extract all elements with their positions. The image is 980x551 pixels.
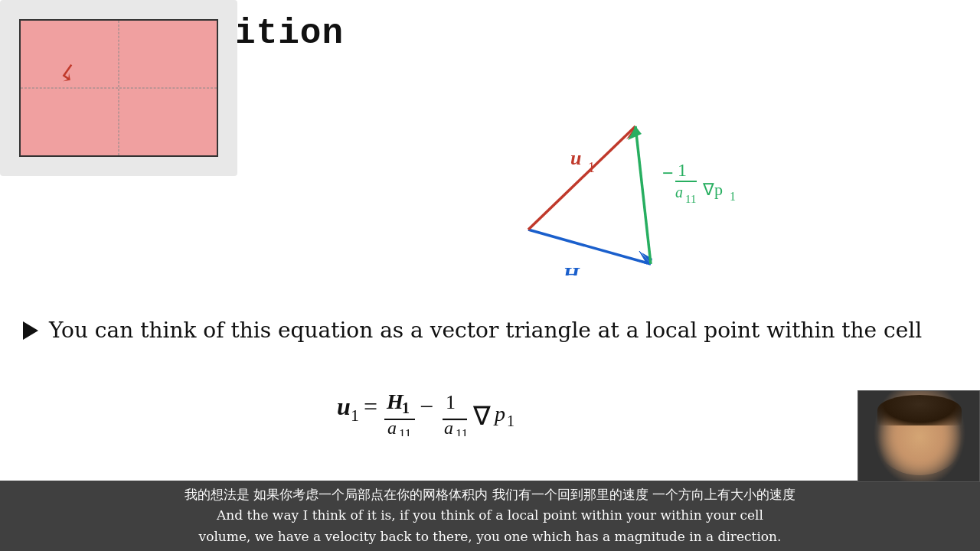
presenter-face: [858, 391, 979, 481]
svg-line-0: [528, 230, 651, 264]
caption-english2: volume, we have a velocity back to there…: [9, 527, 971, 547]
svg-text:11: 11: [685, 193, 696, 205]
svg-text:1: 1: [402, 399, 410, 416]
svg-line-3: [528, 126, 635, 230]
svg-text:1: 1: [730, 190, 736, 203]
caption-bar: 我的想法是 如果你考虑一个局部点在你的网格体积内 我们有一个回到那里的速度 一个…: [0, 481, 980, 552]
svg-text:a: a: [444, 418, 453, 436]
svg-text:u: u: [570, 147, 581, 169]
equation-section: u 1 = H 1 a 11 − 1 a 11 ∇ p 1 (10): [0, 375, 980, 436]
svg-text:1: 1: [678, 160, 687, 180]
svg-text:∇: ∇: [472, 402, 491, 430]
webcam-overlay: [858, 390, 980, 482]
bullet-section: You can think of this equation as a vect…: [23, 318, 957, 343]
svg-text:u: u: [337, 393, 351, 420]
caption-chinese: 我的想法是 如果你考虑一个局部点在你的网格体积内 我们有一个回到那里的速度 一个…: [9, 485, 971, 505]
svg-text:11: 11: [399, 426, 411, 436]
svg-text:1: 1: [446, 391, 456, 413]
vector-diagram: u 1 − 1 a 11 ∇p 1 H 1 a 11: [521, 84, 781, 276]
bullet-content: You can think of this equation as a vect…: [49, 318, 922, 343]
svg-text:p: p: [493, 402, 505, 425]
svg-text:11: 11: [456, 426, 468, 436]
svg-text:∇p: ∇p: [702, 180, 723, 199]
svg-text:H: H: [562, 262, 580, 276]
cell-diagram: ↰: [0, 0, 237, 176]
svg-text:1: 1: [351, 406, 359, 425]
svg-text:1: 1: [588, 160, 595, 175]
svg-text:−: −: [420, 393, 433, 420]
svg-text:=: =: [364, 393, 377, 420]
caption-english1: And the way I think of it is, if you thi…: [9, 506, 971, 526]
cell-arrow-icon: ↰: [53, 56, 87, 92]
svg-text:1: 1: [507, 412, 514, 429]
svg-line-5: [635, 126, 651, 264]
svg-text:a: a: [675, 184, 683, 201]
bullet-text: You can think of this equation as a vect…: [23, 318, 957, 343]
svg-text:1: 1: [578, 275, 585, 276]
cell-inner: ↰: [19, 19, 218, 157]
svg-text:−: −: [662, 162, 674, 184]
svg-text:a: a: [387, 418, 397, 436]
bullet-triangle-icon: [23, 321, 38, 340]
